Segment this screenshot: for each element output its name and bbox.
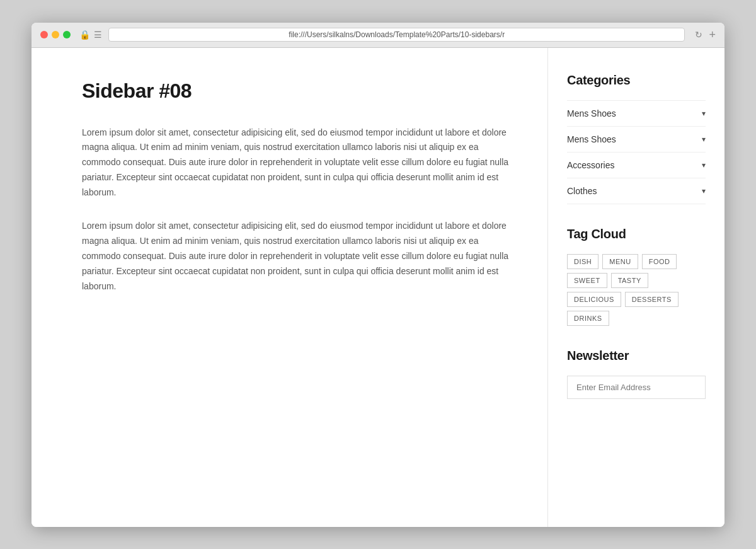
lock-icon[interactable]: 🔒 [79,30,90,40]
minimize-button[interactable] [52,31,59,38]
traffic-lights [40,31,71,38]
tag-cloud: DISHMENUFOODSWEETTASTYDELICIOUSDESSERTSD… [567,254,706,326]
tag-cloud-section: Tag Cloud DISHMENUFOODSWEETTASTYDELICIOU… [567,227,706,326]
tag-tasty[interactable]: TASTY [611,273,648,288]
reload-button[interactable]: ↻ [695,30,702,40]
newsletter-input[interactable] [567,376,706,399]
page-content: Sidebar #08 Lorem ipsum dolor sit amet, … [32,48,724,527]
category-arrow-0: ▾ [702,109,706,118]
close-button[interactable] [40,31,48,38]
tag-menu[interactable]: MENU [602,254,638,269]
categories-title: Categories [567,73,706,88]
menu-icon[interactable]: ☰ [94,30,102,40]
sidebar: Categories Mens Shoes▾Mens Shoes▾Accesso… [548,48,724,527]
category-item-2[interactable]: Accessories▾ [567,153,706,178]
tag-food[interactable]: FOOD [642,254,677,269]
tag-drinks[interactable]: DRINKS [567,311,609,326]
newsletter-title: Newsletter [567,349,706,363]
address-bar[interactable]: file:///Users/silkalns/Downloads/Templat… [108,28,685,42]
browser-window: 🔒 ☰ file:///Users/silkalns/Downloads/Tem… [32,23,724,527]
category-label-1: Mens Shoes [567,134,616,144]
category-item-0[interactable]: Mens Shoes▾ [567,100,706,127]
category-label-3: Clothes [567,186,597,196]
tag-delicious[interactable]: DELICIOUS [567,292,621,307]
category-arrow-3: ▾ [702,187,706,195]
category-arrow-1: ▾ [702,135,706,144]
main-area: Sidebar #08 Lorem ipsum dolor sit amet, … [32,48,548,527]
tag-sweet[interactable]: SWEET [567,273,607,288]
category-label-0: Mens Shoes [567,108,616,118]
new-tab-button[interactable]: + [709,29,716,40]
tag-desserts[interactable]: DESSERTS [625,292,679,307]
category-item-1[interactable]: Mens Shoes▾ [567,127,706,153]
page-title: Sidebar #08 [82,79,510,103]
paragraph-1: Lorem ipsum dolor sit amet, consectetur … [82,125,510,200]
categories-section: Categories Mens Shoes▾Mens Shoes▾Accesso… [567,73,706,204]
browser-toolbar: 🔒 ☰ file:///Users/silkalns/Downloads/Tem… [32,23,724,48]
address-text: file:///Users/silkalns/Downloads/Templat… [289,30,505,39]
category-label-2: Accessories [567,160,614,170]
tag-cloud-title: Tag Cloud [567,227,706,241]
toolbar-left: 🔒 ☰ [79,30,102,40]
paragraph-2: Lorem ipsum dolor sit amet, consectetur … [82,219,510,294]
category-item-3[interactable]: Clothes▾ [567,178,706,204]
categories-list: Mens Shoes▾Mens Shoes▾Accessories▾Clothe… [567,100,706,204]
category-arrow-2: ▾ [702,161,706,170]
maximize-button[interactable] [63,31,71,38]
tag-dish[interactable]: DISH [567,254,598,269]
newsletter-section: Newsletter [567,349,706,399]
